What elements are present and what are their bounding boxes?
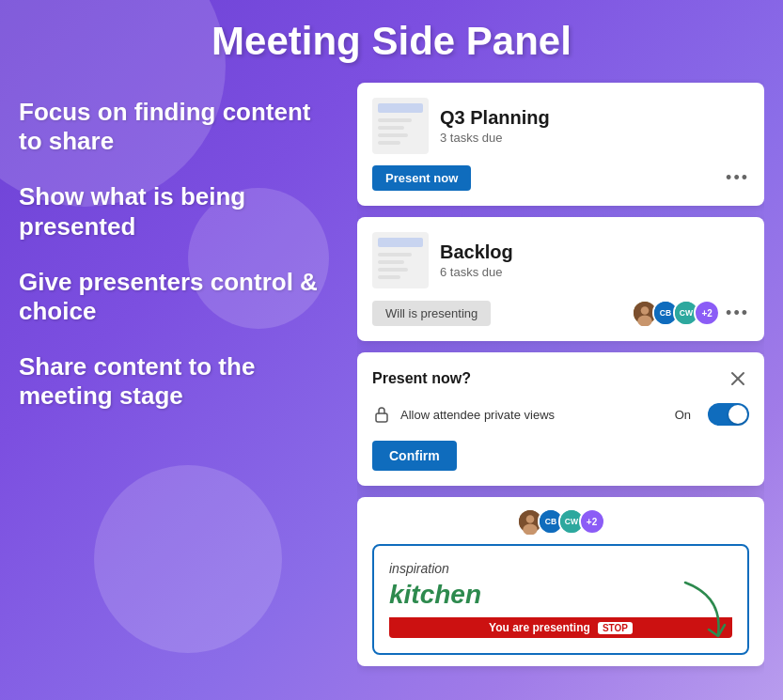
thumb-line-4 [378,141,400,145]
confirm-button[interactable]: Confirm [372,441,457,471]
share-avatar-count: +2 [579,508,605,535]
toggle-switch[interactable] [708,403,749,426]
backlog-thumbnail [372,232,429,288]
toggle-thumb [728,405,747,424]
thumb-header [378,103,423,113]
close-icon [730,371,745,386]
bg-decoration-3 [188,188,329,329]
backlog-card: Backlog 6 tasks due Will is presenting [357,217,764,341]
svg-text:CB: CB [660,308,671,318]
backlog-header: Backlog 6 tasks due [372,232,749,288]
q3-thumbnail [372,98,429,154]
svg-rect-9 [376,413,387,422]
present-now-dialog: Present now? Allow attendee private view… [357,352,764,486]
thumb-header-2 [378,238,423,247]
avatar-group: CB CW +2 [632,300,720,326]
thumb-line-3 [378,133,408,137]
backlog-more-button[interactable]: ••• [726,303,749,323]
presenting-text: You are presenting [489,621,590,634]
backlog-info: Backlog 6 tasks due [440,241,749,279]
avatar-count: +2 [694,300,720,326]
q3-more-button[interactable]: ••• [726,168,749,188]
q3-subtitle: 3 tasks due [440,131,749,145]
arrow-icon [676,578,732,644]
dialog-option: Allow attendee private views On [372,403,749,426]
share-card: CB CW +2 inspiration kitchen [357,497,764,666]
option-value: On [675,408,691,422]
stop-badge[interactable]: STOP [598,622,633,634]
share-content: inspiration kitchen You are presenting S… [372,544,749,655]
dialog-header: Present now? [372,367,749,390]
present-now-button[interactable]: Present now [372,165,471,191]
backlog-subtitle: 6 tasks due [440,265,749,279]
dialog-title: Present now? [372,370,471,387]
thumb-line-7 [378,268,408,272]
q3-planning-card: Q3 Planning 3 tasks due Present now ••• [357,83,764,206]
svg-point-11 [525,515,534,523]
q3-title: Q3 Planning [440,107,749,129]
option-label: Allow attendee private views [400,408,666,422]
svg-text:CB: CB [544,517,556,526]
svg-text:CW: CW [680,308,694,318]
lock-icon [372,405,391,424]
thumb-line-5 [378,253,412,257]
q3-header: Q3 Planning 3 tasks due [372,98,749,154]
q3-info: Q3 Planning 3 tasks due [440,107,749,145]
right-panel: Q3 Planning 3 tasks due Present now ••• [357,79,764,694]
will-presenting-button[interactable]: Will is presenting [372,301,491,326]
thumb-line-6 [378,260,404,264]
thumb-line-8 [378,275,400,279]
share-avatars: CB CW +2 [372,508,749,535]
backlog-footer: Will is presenting [372,300,749,326]
svg-text:CW: CW [564,517,578,526]
feature-4: Share content to the meeting stage [19,352,338,411]
svg-point-1 [641,306,650,315]
q3-footer: Present now ••• [372,165,749,191]
dialog-close-button[interactable] [727,367,749,390]
backlog-title: Backlog [440,241,749,263]
thumb-line-1 [378,118,412,122]
bg-decoration-2 [94,465,282,653]
thumb-line-2 [378,126,404,130]
handwriting-inspiration: inspiration [389,561,732,576]
backlog-right: CB CW +2 ••• [632,300,749,326]
